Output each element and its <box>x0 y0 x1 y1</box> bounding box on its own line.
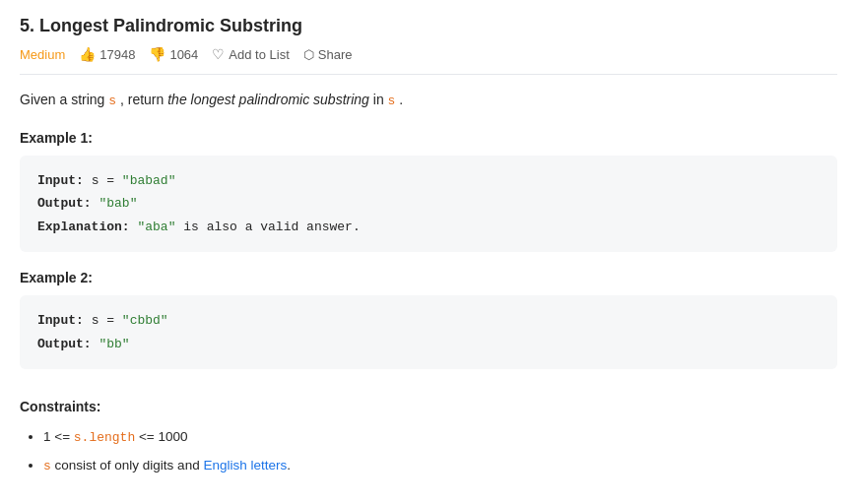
constraint-code: s.length <box>74 430 135 445</box>
example-1-input: Input: s = "babad" <box>37 169 820 192</box>
thumbs-down-icon: 👎 <box>149 46 165 62</box>
constraint-1: 1 <= s.length <= 1000 <box>43 424 837 451</box>
thumbs-down-button[interactable]: 👎 1064 <box>149 46 198 62</box>
example-1-section: Example 1: Input: s = "babad" Output: "b… <box>20 130 837 252</box>
example-2-section: Example 2: Input: s = "cbbd" Output: "bb… <box>20 270 837 369</box>
example-1-output: Output: "bab" <box>37 192 820 215</box>
constraints-section: Constraints: 1 <= s.length <= 1000 s con… <box>20 399 837 478</box>
thumbs-up-button[interactable]: 👍 17948 <box>79 46 135 62</box>
spacer <box>20 387 837 399</box>
heart-icon: ♡ <box>212 46 225 62</box>
share-icon: ⬡ <box>303 47 314 62</box>
english-letters-link[interactable]: English letters <box>203 458 287 472</box>
var-s-code: s <box>108 94 116 108</box>
constraints-title: Constraints: <box>20 399 837 414</box>
problem-title: 5. Longest Palindromic Substring <box>20 16 837 36</box>
problem-container: 5. Longest Palindromic Substring Medium … <box>0 0 857 504</box>
constraints-list: 1 <= s.length <= 1000 s consist of only … <box>20 424 837 478</box>
difficulty-badge: Medium <box>20 47 65 62</box>
problem-description: Given a string s , return the longest pa… <box>20 89 837 112</box>
example-1-block: Input: s = "babad" Output: "bab" Explana… <box>20 156 837 252</box>
example-1-title: Example 1: <box>20 130 837 146</box>
example-2-input: Input: s = "cbbd" <box>37 309 820 332</box>
italic-description: the longest palindromic substring <box>167 92 369 107</box>
example-2-output: Output: "bb" <box>37 333 820 355</box>
example-2-block: Input: s = "cbbd" Output: "bb" <box>20 295 837 369</box>
example-1-explanation: Explanation: "aba" is also a valid answe… <box>37 216 820 238</box>
add-to-list-button[interactable]: ♡ Add to List <box>212 46 289 62</box>
example-2-title: Example 2: <box>20 270 837 285</box>
constraint-2: s consist of only digits and English let… <box>43 453 837 479</box>
meta-bar: Medium 👍 17948 👎 1064 ♡ Add to List ⬡ Sh… <box>20 46 837 75</box>
var-s-code-2: s <box>388 94 396 108</box>
share-button[interactable]: ⬡ Share <box>303 47 353 62</box>
thumbs-up-icon: 👍 <box>79 46 96 62</box>
